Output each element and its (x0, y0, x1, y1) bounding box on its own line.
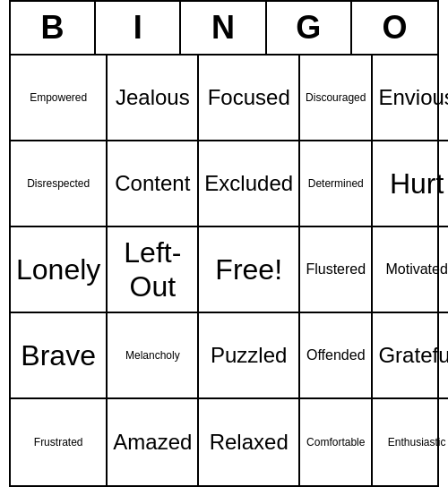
cell-2-3: Flustered (300, 227, 373, 313)
cell-1-1: Content (108, 141, 199, 227)
cell-label: Amazed (113, 430, 192, 456)
header-letter: B (11, 2, 96, 54)
cell-label: Content (115, 171, 190, 197)
cell-3-3: Offended (300, 313, 373, 399)
cell-4-2: Relaxed (199, 399, 300, 485)
cell-label: Excluded (204, 171, 293, 197)
cell-label: Focused (208, 85, 290, 111)
cell-2-2: Free! (199, 227, 300, 313)
cell-2-0: Lonely (11, 227, 108, 313)
cell-label: Determined (308, 177, 364, 190)
bingo-grid: EmpoweredJealousFocusedDiscouragedEnviou… (11, 56, 437, 485)
cell-label: Hurt (390, 167, 444, 201)
cell-label: Offended (306, 346, 366, 363)
cell-0-1: Jealous (108, 56, 199, 141)
cell-label: Lonely (16, 252, 100, 286)
cell-3-1: Melancholy (108, 313, 199, 399)
cell-label: Brave (21, 338, 96, 372)
cell-label: Discouraged (306, 91, 366, 104)
cell-4-0: Frustrated (11, 399, 108, 485)
cell-label: Free! (215, 252, 282, 286)
cell-label: Grateful (378, 343, 448, 369)
cell-0-0: Empowered (11, 56, 108, 141)
header-letter: N (181, 2, 266, 54)
cell-label: Enthusiastic (388, 436, 446, 449)
cell-1-3: Determined (300, 141, 373, 227)
bingo-header: BINGO (11, 2, 437, 56)
cell-1-0: Disrespected (11, 141, 108, 227)
cell-label: Puzzled (211, 343, 287, 369)
cell-label: Disrespected (27, 177, 90, 190)
cell-4-3: Comfortable (300, 399, 373, 485)
cell-label: Empowered (30, 91, 87, 104)
cell-3-2: Puzzled (199, 313, 300, 399)
cell-4-1: Amazed (108, 399, 199, 485)
cell-3-0: Brave (11, 313, 108, 399)
cell-1-4: Hurt (373, 141, 448, 227)
cell-0-3: Discouraged (300, 56, 373, 141)
cell-label: Left-Out (113, 235, 192, 304)
bingo-card: BINGO EmpoweredJealousFocusedDiscouraged… (9, 0, 439, 487)
cell-label: Relaxed (210, 430, 289, 456)
cell-label: Comfortable (306, 436, 365, 449)
cell-label: Jealous (116, 85, 190, 111)
header-letter: O (352, 2, 437, 54)
cell-label: Frustrated (34, 436, 83, 449)
cell-2-1: Left-Out (108, 227, 199, 313)
cell-0-2: Focused (199, 56, 300, 141)
cell-label: Motivated (385, 261, 447, 278)
cell-label: Flustered (306, 261, 366, 278)
cell-2-4: Motivated (373, 227, 448, 313)
header-letter: I (96, 2, 181, 54)
cell-label: Melancholy (125, 349, 180, 362)
cell-label: Envious (378, 85, 448, 111)
cell-4-4: Enthusiastic (373, 399, 448, 485)
cell-0-4: Envious (373, 56, 448, 141)
cell-3-4: Grateful (373, 313, 448, 399)
cell-1-2: Excluded (199, 141, 300, 227)
header-letter: G (267, 2, 352, 54)
